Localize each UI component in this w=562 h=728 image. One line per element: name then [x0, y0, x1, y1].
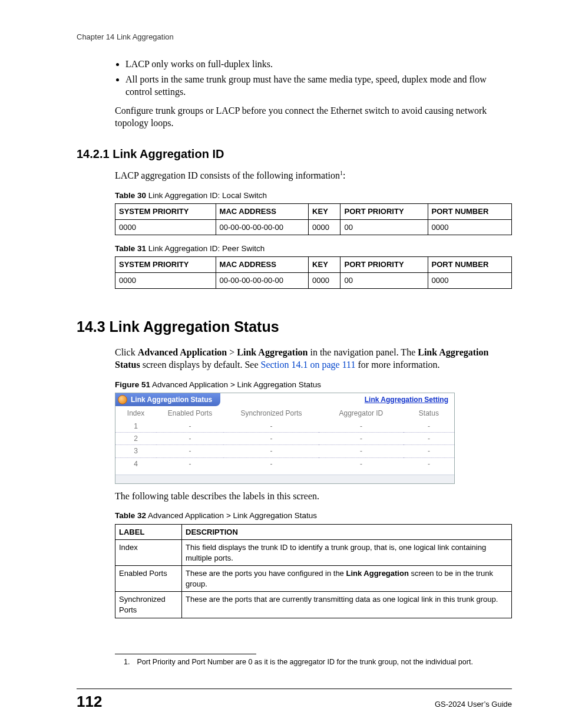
table-row: 3 - - - -	[115, 445, 454, 457]
fig-cell: -	[319, 420, 404, 433]
p1c: >	[227, 347, 237, 357]
p1h: for more information.	[356, 360, 440, 370]
content-block: LACP only works on full-duplex links. Al…	[115, 58, 512, 130]
table-32: LABEL DESCRIPTION Index This field displ…	[115, 524, 512, 618]
tab-dot-icon	[118, 395, 127, 404]
table32-caption-bold: Table 32	[115, 511, 146, 520]
section-14-1-link[interactable]: Section 14.1 on page 111	[261, 360, 356, 370]
bullet-trunk-media: All ports in the same trunk group must h…	[125, 73, 512, 98]
intro-paragraph: Configure trunk groups or LACP before yo…	[115, 104, 512, 130]
td-key: 0000	[309, 272, 340, 288]
lead-text: LACP aggregation ID consists of the foll…	[115, 170, 340, 180]
fig-h-sync-ports: Synchronized Ports	[224, 406, 319, 420]
td-label-index: Index	[115, 540, 182, 566]
td-port-number: 0000	[428, 272, 511, 288]
fig-cell: -	[404, 445, 454, 457]
footnote-num: 1.	[124, 658, 130, 666]
fig-idx: 4	[115, 457, 156, 470]
th-port-priority: PORT PRIORITY	[340, 257, 428, 273]
td-desc-index: This field displays the trunk ID to iden…	[182, 540, 512, 566]
lacp-id-lead: LACP aggregation ID consists of the foll…	[115, 169, 512, 182]
td-system-priority: 0000	[115, 219, 216, 235]
fig-idx: 1	[115, 420, 156, 433]
table-row: SYSTEM PRIORITY MAC ADDRESS KEY PORT PRI…	[115, 204, 512, 220]
fig-idx: 2	[115, 433, 156, 445]
fig-cell: -	[319, 433, 404, 445]
fig-h-enabled-ports: Enabled Ports	[156, 406, 224, 420]
table-row: 0000 00-00-00-00-00-00 0000 00 0000	[115, 219, 512, 235]
th-system-priority: SYSTEM PRIORITY	[115, 257, 216, 273]
figure51-caption-bold: Figure 51	[115, 380, 150, 389]
th-mac-address: MAC ADDRESS	[216, 204, 309, 220]
p1e: in the navigation panel. The	[308, 347, 418, 357]
footnote-rule	[115, 654, 256, 654]
figure-tab: Link Aggregation Status	[115, 393, 220, 406]
table-row: Index This field displays the trunk ID t…	[115, 540, 512, 566]
fig-cell: -	[224, 433, 319, 445]
fig-cell: -	[224, 420, 319, 433]
heading-14-2-1: 14.2.1 Link Aggregation ID	[77, 147, 527, 161]
figure-footer-bar	[115, 475, 454, 483]
lead-suffix: :	[343, 170, 345, 180]
figure-51: Link Aggregation Status Link Aggregation…	[115, 393, 455, 484]
table-row: Synchronized Ports These are the ports t…	[115, 592, 512, 618]
footnote-1: 1. Port Priority and Port Number are 0 a…	[124, 658, 527, 666]
table31-caption-bold: Table 31	[115, 244, 146, 253]
table-30: SYSTEM PRIORITY MAC ADDRESS KEY PORT PRI…	[115, 203, 512, 235]
table32-caption: Table 32 Advanced Application > Link Agg…	[115, 510, 512, 521]
fig-cell: -	[319, 457, 404, 470]
table-row: 1 - - - -	[115, 420, 454, 433]
table31-caption-text: Link Aggregation ID: Peer Switch	[146, 244, 265, 253]
page-number: 112	[77, 693, 102, 711]
td-mac-address: 00-00-00-00-00-00	[216, 272, 309, 288]
th-label: LABEL	[115, 524, 182, 540]
table32-caption-text: Advanced Application > Link Aggregation …	[146, 511, 317, 520]
bullet-lacp-duplex: LACP only works on full-duplex links.	[125, 58, 512, 71]
link-aggregation-setting-link[interactable]: Link Aggregation Setting	[365, 395, 448, 404]
figure-tab-title: Link Aggregation Status	[131, 395, 212, 404]
table-row: LABEL DESCRIPTION	[115, 524, 512, 540]
table-row: 4 - - - -	[115, 457, 454, 470]
th-description: DESCRIPTION	[182, 524, 512, 540]
fig-cell: -	[224, 457, 319, 470]
table30-caption: Table 30 Link Aggregation ID: Local Swit…	[115, 190, 512, 201]
td-key: 0000	[309, 219, 340, 235]
heading-14-3: 14.3 Link Aggregation Status	[77, 318, 527, 335]
table-row: 2 - - - -	[115, 433, 454, 445]
th-port-priority: PORT PRIORITY	[340, 204, 428, 220]
td-desc-enabled-ports: These are the ports you have configured …	[182, 566, 512, 592]
th-mac-address: MAC ADDRESS	[216, 257, 309, 273]
td-mac-address: 00-00-00-00-00-00	[216, 219, 309, 235]
td-label-sync-ports: Synchronized Ports	[115, 592, 182, 618]
th-key: KEY	[309, 204, 340, 220]
p1g: screen displays by default. See	[140, 360, 261, 370]
p1b: Advanced Application	[138, 347, 227, 357]
page-footer: 112 GS-2024 User’s Guide	[77, 689, 512, 711]
fig-cell: -	[319, 445, 404, 457]
fig-cell: -	[224, 445, 319, 457]
table30-caption-bold: Table 30	[115, 191, 146, 200]
figure-table: Index Enabled Ports Synchronized Ports A…	[115, 406, 454, 470]
fig-cell: -	[156, 457, 224, 470]
table31-caption: Table 31 Link Aggregation ID: Peer Switc…	[115, 243, 512, 254]
running-header: Chapter 14 Link Aggregation	[77, 32, 527, 41]
td-port-number: 0000	[428, 219, 511, 235]
fig-cell: -	[156, 420, 224, 433]
fig-cell: -	[156, 433, 224, 445]
table-row: Index Enabled Ports Synchronized Ports A…	[115, 406, 454, 420]
table-31: SYSTEM PRIORITY MAC ADDRESS KEY PORT PRI…	[115, 256, 512, 288]
td-system-priority: 0000	[115, 272, 216, 288]
fig-idx: 3	[115, 445, 156, 457]
th-port-number: PORT NUMBER	[428, 204, 511, 220]
r2da: These are the ports you have configured …	[186, 569, 346, 578]
intro-bullets: LACP only works on full-duplex links. Al…	[125, 58, 512, 98]
guide-name: GS-2024 User’s Guide	[435, 700, 512, 709]
table30-caption-text: Link Aggregation ID: Local Switch	[146, 191, 267, 200]
th-port-number: PORT NUMBER	[428, 257, 511, 273]
fig-cell: -	[404, 433, 454, 445]
r2db: Link Aggregation	[346, 569, 408, 578]
table-row: 0000 00-00-00-00-00-00 0000 00 0000	[115, 272, 512, 288]
status-paragraph-2: The following table describes the labels…	[115, 490, 512, 503]
footnote-text: Port Priority and Port Number are 0 as i…	[137, 658, 472, 666]
td-port-priority: 00	[340, 272, 428, 288]
